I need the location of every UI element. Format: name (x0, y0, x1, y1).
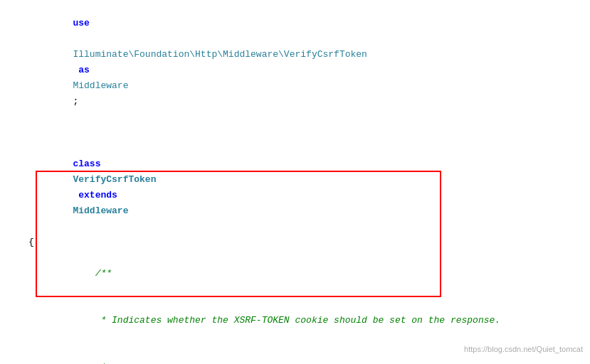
code-editor: use Illuminate\Foundation\Http\Middlewar… (0, 0, 590, 364)
keyword-class: class (73, 159, 106, 169)
code-line-2 (0, 125, 590, 141)
line-content-2 (21, 125, 590, 141)
comment-5: /** (73, 268, 112, 279)
line-content-1: use Illuminate\Foundation\Http\Middlewar… (21, 0, 590, 125)
keyword-use: use (73, 18, 89, 28)
comment-6: * Indicates whether the XSRF-TOKEN cooki… (73, 315, 500, 326)
keyword-as: as (73, 65, 95, 75)
code-line-6: * Indicates whether the XSRF-TOKEN cooki… (0, 297, 590, 344)
code-area: use Illuminate\Foundation\Http\Middlewar… (0, 0, 590, 364)
parent-class-text: Middleware (73, 205, 128, 216)
line-content-5: /** (21, 250, 590, 297)
line-content-6: * Indicates whether the XSRF-TOKEN cooki… (21, 297, 590, 344)
code-line-5: /** (0, 250, 590, 297)
alias-text: Middleware (73, 80, 128, 91)
keyword-extends: extends (73, 190, 122, 200)
code-line-1: use Illuminate\Foundation\Http\Middlewar… (0, 0, 590, 125)
line-content-4: { (21, 235, 590, 250)
code-line-4: { (0, 235, 590, 250)
watermark: https://blog.csdn.net/Quiet_tomcat (464, 341, 583, 357)
namespace-text: Illuminate\Foundation\Http\Middleware\Ve… (73, 49, 367, 60)
line-content-3: class VerifyCsrfToken extends Middleware (21, 141, 590, 235)
code-line-3: class VerifyCsrfToken extends Middleware (0, 141, 590, 235)
class-name-text: VerifyCsrfToken (73, 174, 156, 185)
